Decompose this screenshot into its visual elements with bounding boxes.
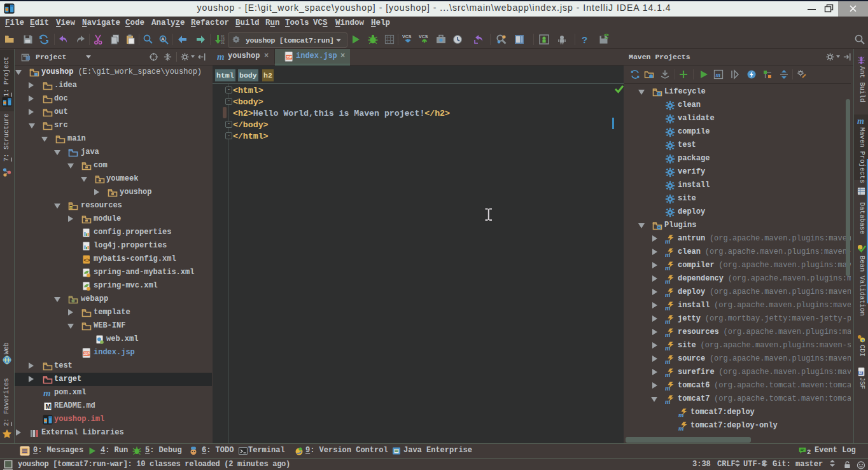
svg-text:01: 01 <box>221 41 225 45</box>
svg-text:VCS: VCS <box>402 34 412 39</box>
svg-text:A: A <box>161 36 165 42</box>
svg-text:VCS: VCS <box>419 34 428 39</box>
svg-text:m: m <box>716 71 721 78</box>
svg-text:?: ? <box>582 34 587 45</box>
